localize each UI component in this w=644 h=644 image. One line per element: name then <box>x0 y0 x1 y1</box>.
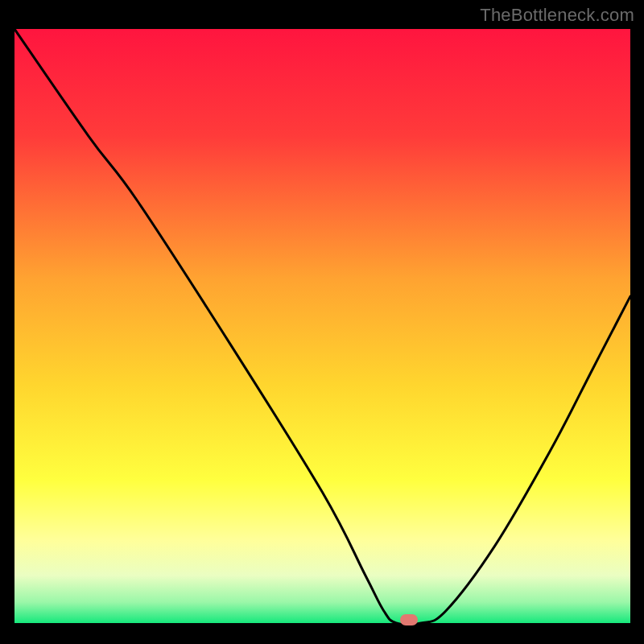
watermark-text: TheBottleneck.com <box>480 5 634 26</box>
plot-area <box>14 29 630 623</box>
optimal-point-marker <box>400 614 418 625</box>
bottleneck-curve <box>14 29 630 623</box>
